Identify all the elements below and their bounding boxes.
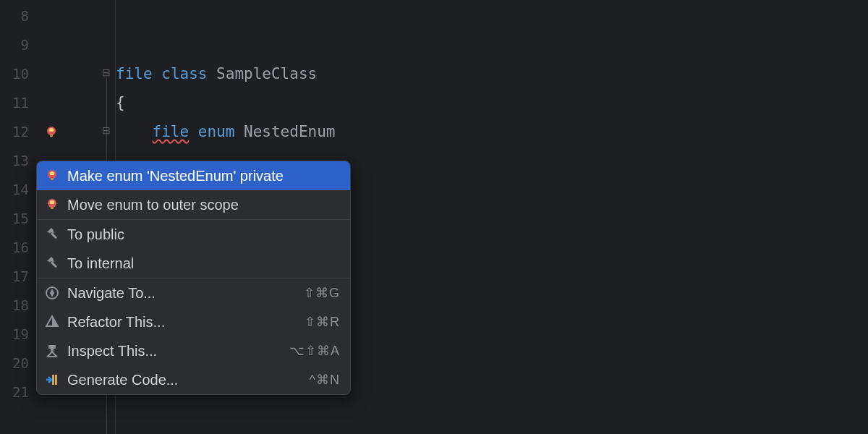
svg-rect-12 [55,375,57,385]
menu-item[interactable]: Move enum to outer scope [37,190,350,219]
menu-item-label: To internal [67,255,134,272]
menu-item[interactable]: Make enum 'NestedEnum' private [37,161,350,190]
lightbulb-icon[interactable] [43,124,59,140]
svg-rect-3 [51,178,54,180]
svg-rect-5 [51,207,54,209]
fold-toggle-icon[interactable]: ⊟ [102,68,111,77]
menu-item[interactable]: Refactor This...⇧⌘R [37,307,350,336]
compass-icon [44,285,60,301]
svg-rect-9 [48,345,56,349]
line-number: 12 [12,117,29,146]
line-number: 9 [21,30,29,59]
bulb-red-icon [44,197,60,213]
menu-item-shortcut: ⇧⌘G [304,285,340,301]
svg-rect-1 [50,135,53,137]
menu-item-label: Make enum 'NestedEnum' private [67,168,284,184]
svg-rect-6 [51,232,57,239]
code-line[interactable]: { [116,88,868,117]
menu-item-shortcut: ^⌘N [310,372,340,388]
menu-item[interactable]: Navigate To...⇧⌘G [37,278,350,307]
line-number: 10 [12,59,29,88]
line-number: 14 [12,175,29,204]
menu-item-label: Navigate To... [67,285,156,302]
menu-item[interactable]: Generate Code...^⌘N [37,365,350,394]
menu-item-label: To public [67,226,124,243]
hammer-icon [44,255,60,271]
menu-item-shortcut: ⇧⌘R [305,314,340,330]
hammer-icon [44,226,60,242]
code-line[interactable] [116,30,868,59]
line-number: 8 [21,1,29,30]
line-number: 17 [12,262,29,291]
line-number: 13 [12,146,29,175]
menu-item[interactable]: To internal [37,249,350,278]
line-number: 19 [12,320,29,349]
line-number: 20 [12,349,29,378]
menu-item[interactable]: To public [37,220,350,249]
menu-item-label: Refactor This... [67,314,165,331]
svg-rect-11 [52,375,54,385]
menu-item[interactable]: Inspect This...⌥⇧⌘A [37,336,350,365]
menu-item-label: Generate Code... [67,372,178,388]
menu-item-shortcut: ⌥⇧⌘A [289,343,340,359]
generate-icon [44,372,60,388]
svg-rect-7 [51,261,57,268]
fold-toggle-icon[interactable]: ⊟ [102,126,111,135]
line-number: 15 [12,204,29,233]
line-number: 11 [12,88,29,117]
line-number-gutter: 89101112131415161718192021 [0,0,36,434]
line-number: 16 [12,233,29,262]
menu-item-label: Move enum to outer scope [67,197,239,213]
triangle-icon [44,314,60,330]
line-number: 21 [12,378,29,407]
bulb-red-icon [44,168,60,184]
inspect-icon [44,343,60,359]
menu-item-label: Inspect This... [67,343,157,359]
code-line[interactable]: file class SampleClass [116,59,868,88]
code-line[interactable]: file enum NestedEnum [116,117,868,146]
line-number: 18 [12,291,29,320]
code-line[interactable] [116,1,868,30]
intention-actions-popup: Make enum 'NestedEnum' privateMove enum … [36,161,351,395]
